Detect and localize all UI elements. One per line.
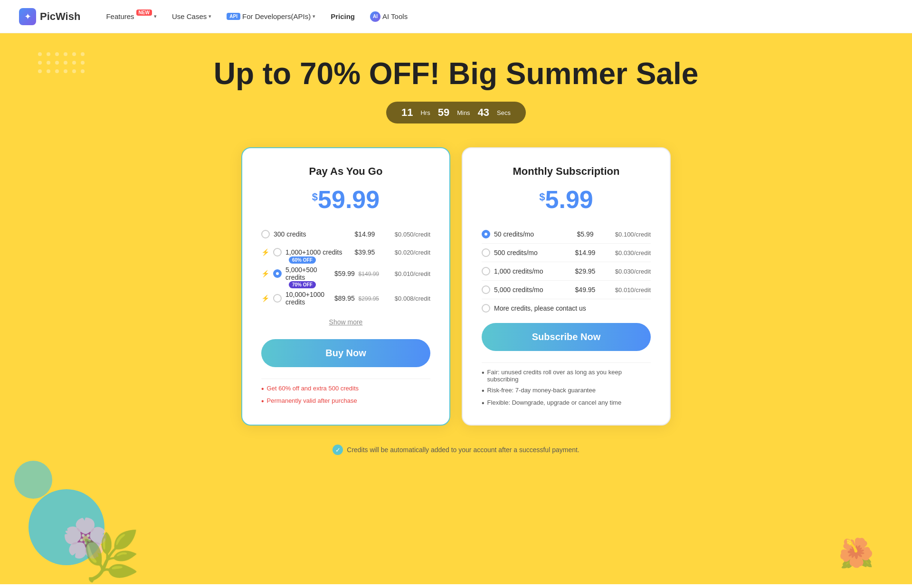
navbar: ✦ PicWish Features NEW ▾ Use Cases ▾ API… [0, 0, 912, 33]
option-1000-label: 1,000+1000 credits [285, 248, 347, 256]
timer-mins-label: Mins [457, 109, 470, 116]
payg-option-3-wrapper: 60% OFF ⚡ 5,000+500 credits $59.99 $149.… [261, 261, 430, 286]
option-300-label: 300 credits [274, 230, 347, 238]
option-more-label: More credits, please contact us [494, 304, 651, 312]
nav-pricing[interactable]: Pricing [324, 9, 361, 24]
payg-price: $59.99 [261, 187, 430, 212]
monthly-price: $5.99 [482, 187, 651, 212]
monthly-option-3[interactable]: 1,000 credits/mo $29.95 $0.030/credit [482, 262, 651, 281]
check-circle-icon: ✓ [332, 445, 343, 455]
payg-card: Pay As You Go $59.99 300 credits $14.99 … [241, 147, 450, 426]
payg-option-2[interactable]: ⚡ 1,000+1000 credits $39.95 $0.020/credi… [261, 243, 430, 261]
option-10000-price: $89.95 $299.95 [334, 294, 379, 302]
option-10000-orig-price: $299.95 [359, 295, 379, 302]
payg-option-2-wrapper: ⚡ 1,000+1000 credits $39.95 $0.020/credi… [261, 243, 430, 261]
payg-option-3[interactable]: ⚡ 5,000+500 credits $59.99 $149.99 $0.01… [261, 261, 430, 286]
bottom-notice-text: Credits will be automatically added to y… [347, 446, 579, 454]
bottom-notice: ✓ Credits will be automatically added to… [0, 445, 912, 455]
option-300-price: $14.99 [351, 230, 379, 238]
radio-50-mo[interactable] [482, 230, 490, 238]
payg-option-4-wrapper: 70% OFF ⚡ 10,000+1000 credits $89.95 $29… [261, 286, 430, 311]
timer-secs-label: Secs [497, 109, 511, 116]
radio-10000-credits[interactable] [273, 294, 282, 303]
monthly-note-1: Fair: unused credits roll over as long a… [482, 367, 651, 385]
api-badge: API [227, 13, 240, 20]
pricing-cards: Pay As You Go $59.99 300 credits $14.99 … [0, 147, 912, 426]
decorative-leaf: 🌿 [81, 528, 140, 584]
payg-notes: Get 60% off and extra 500 credits Perman… [261, 379, 430, 408]
hero-section: 🌸 🌿 🌺 Up to 70% OFF! Big Summer Sale 11 … [0, 33, 912, 584]
ai-badge: AI [370, 11, 380, 22]
option-500-mo-label: 500 credits/mo [494, 249, 567, 256]
subscribe-now-button[interactable]: Subscribe Now [482, 323, 651, 351]
payg-option-1[interactable]: 300 credits $14.99 $0.050/credit [261, 225, 430, 243]
new-badge: NEW [136, 9, 152, 16]
show-more-link[interactable]: Show more [261, 318, 430, 326]
option-1000-per-credit: $0.020/credit [383, 249, 430, 256]
option-500-mo-price: $14.99 [571, 249, 599, 256]
nav-developers[interactable]: API For Developers(APIs) ▾ [220, 9, 322, 24]
radio-500-mo[interactable] [482, 248, 490, 257]
monthly-option-1[interactable]: 50 credits/mo $5.99 $0.100/credit [482, 225, 651, 244]
option-5000-mo-per-credit: $0.010/credit [603, 286, 651, 294]
decorative-right-flower: 🌺 [838, 536, 874, 570]
monthly-note-3: Flexible: Downgrade, upgrade or cancel a… [482, 397, 651, 409]
logo-icon: ✦ [19, 8, 36, 25]
option-5000-mo-price: $49.95 [571, 286, 599, 294]
decorative-dots [38, 52, 85, 73]
payg-option-4[interactable]: ⚡ 10,000+1000 credits $89.95 $299.95 $0.… [261, 286, 430, 311]
monthly-option-4[interactable]: 5,000 credits/mo $49.95 $0.010/credit [482, 281, 651, 299]
timer-mins: 59 [438, 106, 449, 119]
hero-title: Up to 70% OFF! Big Summer Sale [0, 57, 912, 90]
payg-price-amount: 59.99 [318, 186, 380, 213]
payg-price-symbol: $ [312, 191, 318, 203]
discount-badge-70: 70% OFF [289, 281, 316, 288]
logo-text: PicWish [40, 10, 80, 23]
timer-hrs-label: Hrs [420, 109, 430, 116]
option-1000-price: $39.95 [351, 248, 379, 256]
nav-ai-tools[interactable]: AI AI Tools [363, 8, 414, 26]
nav-features[interactable]: Features NEW ▾ [99, 9, 163, 24]
monthly-card-title: Monthly Subscription [482, 165, 651, 178]
lightning-icon: ⚡ [261, 270, 269, 277]
monthly-price-amount: 5.99 [545, 186, 593, 213]
radio-more-credits[interactable] [482, 304, 490, 313]
monthly-notes: Fair: unused credits roll over as long a… [482, 362, 651, 409]
lightning-icon: ⚡ [261, 248, 269, 256]
option-500-mo-per-credit: $0.030/credit [603, 249, 651, 256]
option-300-per-credit: $0.050/credit [383, 231, 430, 238]
monthly-option-5[interactable]: More credits, please contact us [482, 299, 651, 317]
monthly-option-2[interactable]: 500 credits/mo $14.99 $0.030/credit [482, 244, 651, 262]
option-5000-per-credit: $0.010/credit [383, 270, 430, 277]
option-5000-mo-label: 5,000 credits/mo [494, 286, 567, 294]
option-50-mo-price: $5.99 [571, 230, 599, 238]
payg-note-1: Get 60% off and extra 500 credits [261, 383, 430, 395]
discount-badge-60: 60% OFF [289, 256, 316, 264]
nav-links: Features NEW ▾ Use Cases ▾ API For Devel… [99, 8, 893, 26]
logo[interactable]: ✦ PicWish [19, 8, 80, 25]
radio-1000-mo[interactable] [482, 267, 490, 275]
decorative-circle-teal-sm [14, 461, 52, 499]
radio-300-credits[interactable] [261, 230, 270, 238]
timer-secs: 43 [478, 106, 489, 119]
payg-note-2: Permanently valid after purchase [261, 395, 430, 408]
option-1000-mo-price: $29.95 [571, 267, 599, 275]
nav-use-cases[interactable]: Use Cases ▾ [165, 9, 218, 24]
chevron-down-icon: ▾ [313, 13, 315, 19]
payg-option-1-wrapper: 300 credits $14.99 $0.050/credit [261, 225, 430, 243]
option-1000-mo-per-credit: $0.030/credit [603, 268, 651, 275]
monthly-card: Monthly Subscription $5.99 50 credits/mo… [462, 147, 671, 426]
chevron-down-icon: ▾ [209, 13, 211, 19]
option-50-mo-label: 50 credits/mo [494, 230, 567, 238]
timer-hours: 11 [401, 106, 413, 119]
monthly-note-2: Risk-free: 7-day money-back guarantee [482, 385, 651, 397]
chevron-down-icon: ▾ [154, 13, 157, 19]
option-10000-per-credit: $0.008/credit [383, 295, 430, 302]
countdown-timer: 11 Hrs 59 Mins 43 Secs [0, 102, 912, 123]
option-5000-price: $59.99 $149.99 [334, 270, 379, 277]
radio-5000-credits[interactable] [273, 269, 282, 278]
option-1000-mo-label: 1,000 credits/mo [494, 267, 567, 275]
radio-1000-credits[interactable] [273, 248, 282, 256]
radio-5000-mo[interactable] [482, 285, 490, 294]
buy-now-button[interactable]: Buy Now [261, 339, 430, 367]
